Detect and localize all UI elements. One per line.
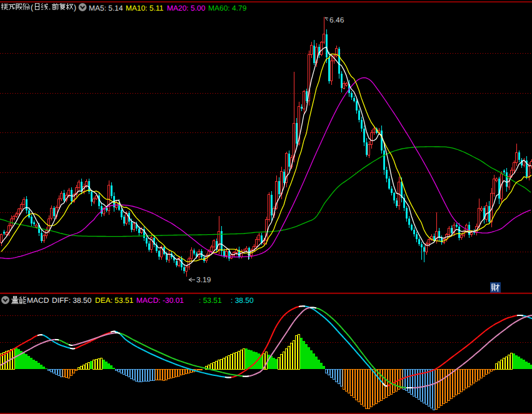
svg-text:MACD: MACD [27, 296, 49, 305]
svg-text:DEA: 53.51: DEA: 53.51 [95, 296, 134, 305]
svg-text:(: ( [31, 3, 33, 12]
svg-text:DIFF: 38.50: DIFF: 38.50 [52, 296, 92, 305]
svg-text:: 53.51: : 53.51 [199, 296, 222, 305]
svg-text:6.46: 6.46 [329, 16, 344, 24]
svg-text:MA10: 5.11: MA10: 5.11 [126, 4, 164, 12]
svg-text:MA20: 5.00: MA20: 5.00 [167, 4, 206, 12]
svg-text:MA5: 5.14: MA5: 5.14 [89, 4, 123, 12]
svg-text:MACD: -30.01: MACD: -30.01 [136, 296, 184, 305]
svg-text:: 38.50: : 38.50 [231, 296, 254, 305]
svg-text:3.19: 3.19 [196, 275, 211, 284]
svg-text:MA60: 4.79: MA60: 4.79 [208, 4, 247, 12]
svg-text:): ) [74, 3, 76, 12]
